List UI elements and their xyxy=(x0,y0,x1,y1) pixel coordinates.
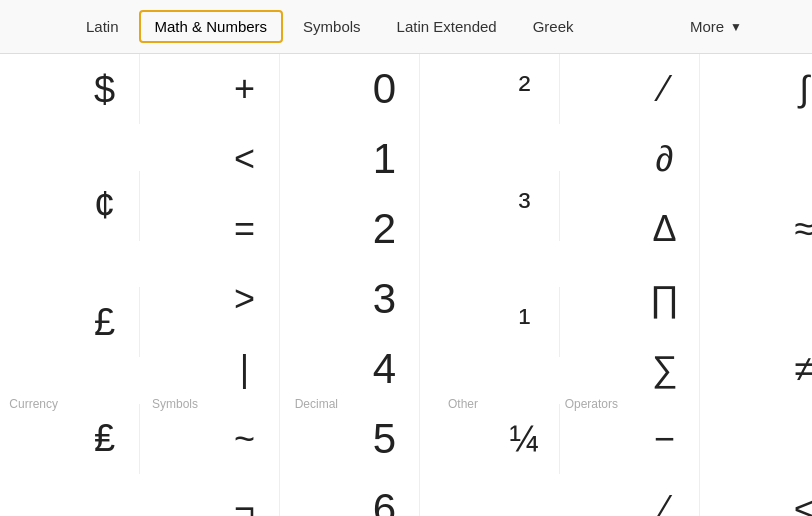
section-operators-row-0: Operators∕∂Δ∏∑−⁄·√∞ xyxy=(560,54,700,516)
tab-latin[interactable]: Latin xyxy=(70,10,135,43)
symbol-cell[interactable]: ∂ xyxy=(630,124,700,194)
more-dropdown[interactable]: More ▼ xyxy=(690,18,742,35)
symbol-cell[interactable]: £ xyxy=(70,287,140,357)
symbol-cell[interactable]: 5 xyxy=(350,404,420,474)
symbol-cell[interactable]: = xyxy=(210,194,280,264)
section-label-currency: Currency xyxy=(0,397,70,411)
symbol-cell[interactable]: ¢ xyxy=(70,171,140,241)
symbol-cell[interactable]: 3 xyxy=(350,264,420,334)
symbol-cell[interactable]: ¼ xyxy=(490,404,560,474)
symbol-cell[interactable]: | xyxy=(210,334,280,404)
symbol-cell[interactable]: Δ xyxy=(630,194,700,264)
symbol-cell[interactable]: ∫ xyxy=(770,54,812,124)
symbol-cell[interactable]: ₤ xyxy=(70,404,140,474)
symbol-cell[interactable]: + xyxy=(210,54,280,124)
section-label-operators: Operators xyxy=(560,397,630,411)
symbol-cell[interactable]: ¹ xyxy=(490,287,560,357)
symbol-cell[interactable]: 1 xyxy=(350,124,420,194)
symbol-cell[interactable]: ∕ xyxy=(630,54,700,124)
section-currency-row-0: Currency$¢£₤¥€ xyxy=(0,54,140,516)
section-label-decimal: Decimal xyxy=(280,397,350,411)
tab-symbols[interactable]: Symbols xyxy=(287,10,377,43)
symbol-row-currency-0: $¢£₤¥€ xyxy=(70,54,140,516)
section-label-symbols: Symbols xyxy=(140,397,210,411)
symbol-cell[interactable]: 2 xyxy=(350,194,420,264)
symbol-cell[interactable]: ≈ xyxy=(770,194,812,264)
symbol-row-decimal-0: 0123456789 xyxy=(350,54,420,516)
tab-latin-extended[interactable]: Latin Extended xyxy=(381,10,513,43)
symbol-cell[interactable]: ∑ xyxy=(630,334,700,404)
tab-greek[interactable]: Greek xyxy=(517,10,590,43)
content-area: Currency$¢£₤¥€Symbols+<=>|~¬±×÷Decimal01… xyxy=(0,54,812,516)
section-decimal-row-0: Decimal0123456789 xyxy=(280,54,420,516)
symbol-cell[interactable]: ² xyxy=(490,54,560,124)
section-symbols-row-0: Symbols+<=>|~¬±×÷ xyxy=(140,54,280,516)
symbol-cell[interactable]: > xyxy=(210,264,280,334)
symbol-cell[interactable]: < xyxy=(210,124,280,194)
symbol-cell[interactable]: ¬ xyxy=(210,474,280,516)
section-other-row-0: Other²³¹¼½¾ xyxy=(420,54,560,516)
symbol-cell[interactable]: ≤ xyxy=(770,475,812,516)
symbol-cell[interactable]: 0 xyxy=(350,54,420,124)
section-label-other: Other xyxy=(420,397,490,411)
symbol-row-other-0: ²³¹¼½¾ xyxy=(490,54,560,516)
dropdown-arrow-icon: ▼ xyxy=(730,20,742,34)
symbol-cell[interactable]: 6 xyxy=(350,474,420,516)
section-operators-row-1: ∫≈≠≤≥ xyxy=(700,54,812,516)
symbol-cell[interactable]: $ xyxy=(70,54,140,124)
symbol-cell[interactable]: ³ xyxy=(490,171,560,241)
symbol-cell[interactable]: ≠ xyxy=(770,334,812,404)
tab-math-numbers[interactable]: Math & Numbers xyxy=(139,10,284,43)
tab-bar: Latin Math & Numbers Symbols Latin Exten… xyxy=(0,0,812,54)
symbol-cell[interactable]: ~ xyxy=(210,404,280,474)
symbol-row-operators-0: ∕∂Δ∏∑−⁄·√∞ xyxy=(630,54,700,516)
more-label: More xyxy=(690,18,724,35)
symbol-cell[interactable]: ∏ xyxy=(630,264,700,334)
symbol-row-operators-1: ∫≈≠≤≥ xyxy=(770,54,812,516)
symbol-cell[interactable]: − xyxy=(630,404,700,474)
symbol-row-symbols-0: +<=>|~¬±×÷ xyxy=(210,54,280,516)
symbol-cell[interactable]: ⁄ xyxy=(630,474,700,516)
symbol-cell[interactable]: 4 xyxy=(350,334,420,404)
